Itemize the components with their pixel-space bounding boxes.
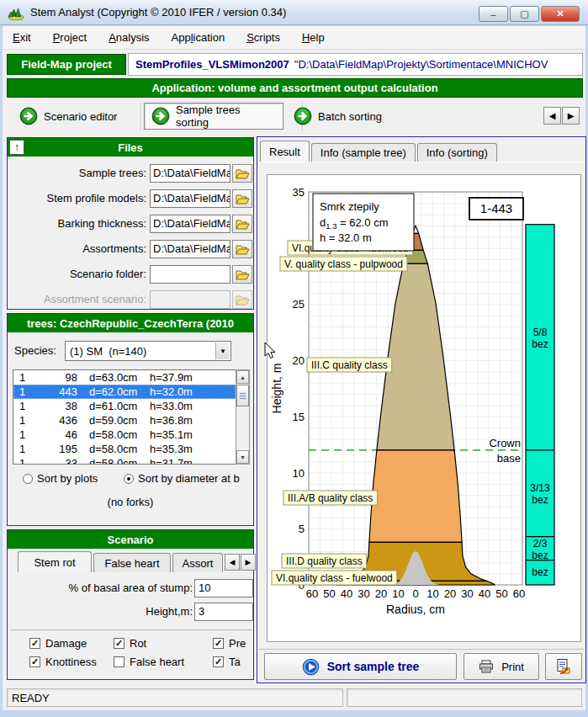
toolbar-scroll-left[interactable]: ◀ [543, 107, 561, 125]
file-path-input[interactable] [150, 290, 230, 309]
checkbox-ta[interactable]: ✓Ta [213, 656, 241, 668]
sort-option-diameter[interactable]: Sort by diameter at b [124, 472, 240, 485]
tab-scroll-left-icon[interactable]: ◀ [225, 554, 240, 571]
project-path-box: StemProfiles_VLSMimon2007 "D:\Data\Field… [128, 53, 583, 76]
project-path: "D:\Data\FieldMap\Projekty\Sortimentace\… [294, 58, 548, 71]
file-path-input[interactable] [150, 265, 230, 284]
scrollbar-thumb[interactable] [236, 385, 249, 406]
mouse-cursor [264, 342, 277, 361]
tab-result[interactable]: Result [260, 141, 310, 162]
svg-text:30: 30 [461, 587, 473, 600]
svg-text:5: 5 [299, 523, 305, 535]
tree-cell: 1 [13, 457, 35, 465]
files-panel: ↑ Files Sample trees:D:\Data\FieldMaStem… [7, 137, 254, 310]
tab-infosampletree[interactable]: Info (sample tree) [311, 143, 416, 162]
svg-text:10: 10 [392, 587, 404, 600]
tree-list-row[interactable]: 1436d=59.0cmh=36.8m [13, 413, 236, 428]
file-path-input[interactable]: D:\Data\FieldMa [150, 189, 230, 208]
checkbox-label: Rot [130, 637, 146, 650]
checkbox-rot[interactable]: ✓Rot [114, 637, 146, 650]
tree-list-row[interactable]: 198d=63.0cmh=37.9m [13, 370, 236, 385]
svg-text:III.D quality class: III.D quality class [286, 555, 363, 567]
open-folder-button[interactable] [232, 265, 252, 284]
folder-open-icon [236, 295, 250, 305]
menu-item-help[interactable]: Help [302, 31, 325, 44]
chevron-down-icon[interactable]: ▼ [215, 343, 230, 359]
scenario-tab-false-heart[interactable]: False heart [93, 553, 171, 572]
open-folder-button[interactable] [232, 164, 252, 183]
checkbox-label: False heart [130, 656, 184, 668]
tree-list-scrollbar[interactable]: ▲ ▼ [236, 369, 250, 465]
window-content: Field-Map project StemProfiles_VLSMimon2… [3, 50, 585, 710]
svg-text:bez: bez [532, 550, 548, 561]
file-row-label: Stem profile models: [47, 192, 147, 204]
file-row: Barking thickness:D:\Data\FieldMa [8, 215, 253, 233]
open-folder-button[interactable] [232, 215, 252, 233]
svg-text:15: 15 [293, 411, 305, 423]
forks-note: (no forks) [8, 496, 253, 508]
file-path-input[interactable]: D:\Data\FieldMa [150, 215, 230, 233]
radio-icon [23, 474, 33, 484]
svg-text:20: 20 [444, 587, 456, 600]
menu-item-scripts[interactable]: Scripts [246, 31, 280, 44]
file-row-label: Assortments: [82, 242, 146, 255]
menu-item-analysis[interactable]: Analysis [109, 31, 149, 44]
menu-item-application[interactable]: Application [172, 31, 225, 44]
svg-text:25: 25 [293, 298, 305, 311]
checkbox-pre[interactable]: ✓Pre [213, 637, 246, 650]
checkbox-damage[interactable]: ✓Damage [29, 637, 87, 650]
tree-list-row[interactable]: 1443d=62.0cmh=32.0m [13, 385, 236, 399]
scroll-down-icon[interactable]: ▼ [236, 450, 249, 464]
export-report-button[interactable] [545, 653, 582, 680]
svg-text:bez: bez [532, 494, 548, 506]
scenario-tab-stem-rot[interactable]: Stem rot [18, 551, 92, 572]
scenario-field-input[interactable]: 10 [194, 579, 253, 598]
tree-cell: 98 [35, 371, 77, 384]
scenario-tab-assort[interactable]: Assort [172, 553, 223, 572]
scenario-checkboxes: ✓Damage✓Rot✓Pre✓KnottinessFalse heart✓Ta [11, 629, 252, 678]
toolbar-scroll-right[interactable]: ▶ [562, 107, 580, 125]
file-path-input[interactable]: D:\Data\FieldMa [150, 164, 230, 183]
menu-item-exit[interactable]: Exit [13, 31, 31, 44]
sort-option-plots[interactable]: Sort by plots [23, 472, 98, 485]
maximize-button[interactable]: ▢ [510, 6, 539, 22]
svg-text:1-443: 1-443 [480, 201, 512, 215]
toolbar-button-batch-sorting[interactable]: Batch sorting [287, 103, 398, 130]
species-dropdown[interactable]: (1) SM (n=140) ▼ [65, 341, 231, 361]
scroll-up-icon[interactable]: ▲ [236, 370, 249, 384]
tree-list-row[interactable]: 146d=58.0cmh=35.1m [13, 428, 236, 442]
checkbox-label: Knottiness [45, 656, 97, 668]
tree-list-row[interactable]: 138d=61.0cmh=33.0m [13, 399, 236, 413]
folder-open-icon [236, 194, 250, 204]
tree-cell: h=36.8m [146, 414, 193, 427]
collapse-panel-button[interactable]: ↑ [9, 140, 24, 155]
toolbar-button-sample-trees-sorting[interactable]: Sample trees sorting [144, 103, 283, 130]
export-report-icon [555, 658, 572, 675]
close-button[interactable]: ✕ [541, 6, 580, 22]
print-button[interactable]: Print [464, 653, 539, 680]
sort-sample-tree-button[interactable]: Sort sample tree [264, 653, 457, 680]
svg-text:2/3: 2/3 [533, 538, 548, 550]
svg-text:III.A/B quality class: III.A/B quality class [288, 492, 373, 504]
menu-item-project[interactable]: Project [53, 31, 87, 44]
checkbox-knottiness[interactable]: ✓Knottiness [29, 656, 97, 668]
checkbox-label: Pre [229, 637, 246, 650]
toolbar-button-scenario-editor[interactable]: Scenario editor [13, 103, 137, 130]
checkbox-false-heart[interactable]: False heart [114, 656, 184, 668]
open-folder-button[interactable] [232, 240, 252, 258]
tree-list-row[interactable]: 133d=58.0cmh=31.7m [13, 456, 236, 465]
tree-list-row[interactable]: 1195d=58.0cmh=35.3m [13, 442, 236, 456]
checkbox-icon: ✓ [213, 656, 224, 667]
project-bar: Field-Map project StemProfiles_VLSMimon2… [7, 53, 583, 76]
open-folder-button[interactable] [232, 189, 252, 208]
scenario-field-input[interactable]: 3 [194, 603, 253, 621]
files-panel-header: ↑ Files [8, 138, 253, 157]
folder-open-icon [236, 269, 250, 280]
svg-text:40: 40 [341, 587, 352, 600]
tab-scroll-right-icon[interactable]: ▶ [241, 554, 256, 571]
sample-tree-list[interactable]: 198d=63.0cmh=37.9m1443d=62.0cmh=32.0m138… [13, 369, 236, 465]
tab-infosorting[interactable]: Info (sorting) [417, 143, 497, 162]
toolbar-button-label: Scenario editor [44, 110, 117, 123]
minimize-button[interactable]: – [479, 6, 508, 22]
file-path-input[interactable]: D:\Data\FieldMa [150, 240, 230, 258]
